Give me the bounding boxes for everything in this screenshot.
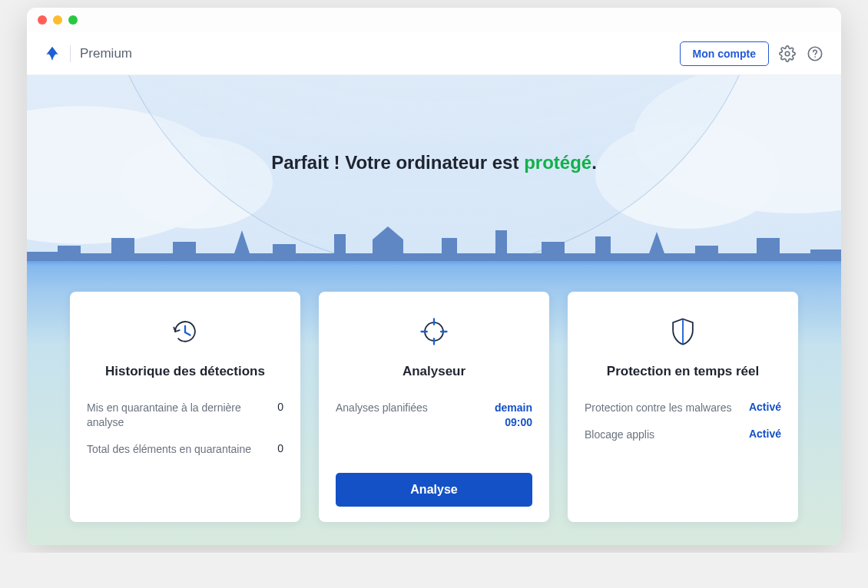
scheduled-scan-label: Analyses planifiées bbox=[336, 401, 485, 415]
crosshair-icon bbox=[336, 310, 532, 353]
help-icon[interactable] bbox=[806, 45, 824, 63]
svg-point-0 bbox=[785, 51, 790, 56]
status-prefix: Parfait ! Votre ordinateur est bbox=[271, 152, 524, 173]
scan-button[interactable]: Analyse bbox=[336, 473, 532, 507]
settings-icon[interactable] bbox=[778, 45, 797, 63]
history-row-label: Total des éléments en quarantaine bbox=[87, 442, 268, 457]
detection-history-card[interactable]: Historique des détections Mis en quarant… bbox=[70, 292, 300, 522]
scanner-card-title: Analyseur bbox=[336, 364, 532, 379]
titlebar bbox=[27, 8, 841, 32]
header: Premium Mon compte bbox=[27, 32, 841, 75]
svg-line-4 bbox=[185, 332, 190, 335]
close-window-icon[interactable] bbox=[38, 15, 47, 25]
history-icon bbox=[87, 310, 283, 353]
status-message: Parfait ! Votre ordinateur est protégé. bbox=[27, 152, 841, 173]
history-row-value: 0 bbox=[277, 442, 283, 454]
app-window: Premium Mon compte Parfait ! Votre ordin… bbox=[27, 8, 841, 545]
account-button[interactable]: Mon compte bbox=[680, 41, 769, 66]
history-row: Mis en quarantaine à la dernière analyse… bbox=[87, 401, 283, 430]
status-suffix: . bbox=[591, 152, 597, 173]
svg-point-2 bbox=[814, 56, 816, 58]
hero-area: Parfait ! Votre ordinateur est protégé. … bbox=[27, 75, 841, 545]
protection-row-value[interactable]: Activé bbox=[749, 401, 781, 413]
history-card-title: Historique des détections bbox=[87, 364, 283, 379]
protection-row: Protection contre les malwares Activé bbox=[585, 401, 781, 415]
history-row: Total des éléments en quarantaine 0 bbox=[87, 442, 283, 457]
app-logo-icon bbox=[44, 45, 61, 62]
realtime-protection-card[interactable]: Protection en temps réel Protection cont… bbox=[568, 292, 798, 522]
scanner-card[interactable]: Analyseur Analyses planifiées demain 09:… bbox=[319, 292, 549, 522]
protection-row: Blocage applis Activé bbox=[585, 428, 781, 442]
header-divider bbox=[70, 45, 71, 62]
protection-card-title: Protection en temps réel bbox=[585, 364, 781, 379]
skyline-decoration bbox=[27, 215, 841, 261]
maximize-window-icon[interactable] bbox=[68, 15, 78, 25]
minimize-window-icon[interactable] bbox=[53, 15, 62, 25]
product-name: Premium bbox=[80, 46, 132, 61]
protection-row-value[interactable]: Activé bbox=[749, 428, 781, 440]
scheduled-scan-value[interactable]: demain 09:00 bbox=[495, 401, 532, 430]
cloud-decoration bbox=[595, 121, 780, 229]
cards-row: Historique des détections Mis en quarant… bbox=[27, 292, 841, 522]
history-row-label: Mis en quarantaine à la dernière analyse bbox=[87, 401, 268, 430]
history-row-value: 0 bbox=[277, 401, 283, 413]
status-highlight: protégé bbox=[524, 152, 591, 173]
shield-icon bbox=[585, 310, 781, 353]
protection-row-label: Protection contre les malwares bbox=[585, 401, 740, 415]
scheduled-scan-row: Analyses planifiées demain 09:00 bbox=[336, 401, 532, 430]
protection-row-label: Blocage applis bbox=[585, 428, 740, 442]
